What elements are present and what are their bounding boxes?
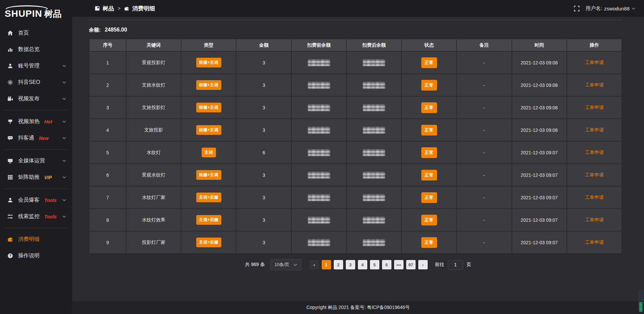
page-ellipsis-button[interactable]: ••• — [394, 260, 404, 269]
prev-page-button[interactable]: ‹ — [310, 260, 319, 269]
status-badge: 正常 — [421, 125, 437, 136]
work-order-link[interactable]: 工单申请 — [585, 172, 604, 177]
masked-balance — [308, 59, 330, 66]
sidebar-item-matrix-boost[interactable]: 矩阵助推 VIP — [0, 169, 72, 186]
sidebar: SHUPIN 树品 首页 数据总览 — [0, 0, 72, 314]
col-header-time: 时间 — [512, 39, 567, 51]
cell-status: 正常 — [401, 231, 457, 254]
work-order-link[interactable]: 工单申请 — [585, 150, 604, 155]
work-order-link[interactable]: 工单申请 — [585, 105, 604, 110]
balance-row: 余额: 24856.00 — [89, 27, 644, 33]
logo-text-cn: 树品 — [44, 9, 62, 18]
type-badge: 主词+后缀 — [196, 193, 222, 202]
work-order-link[interactable]: 工单申请 — [585, 82, 604, 88]
monitor-icon — [7, 158, 13, 164]
tools-badge: Tools — [44, 214, 57, 219]
page-button-2[interactable]: 2 — [334, 260, 343, 269]
cell-balance-after — [346, 141, 401, 164]
breadcrumb-item-current: 消费明细 — [132, 5, 155, 12]
work-order-link[interactable]: 工单申请 — [585, 240, 604, 245]
col-header-type: 类型 — [181, 39, 236, 51]
sidebar-item-account-management[interactable]: 账号管理 — [0, 58, 72, 74]
cell-time: 2021-12-03 09:08 — [512, 74, 567, 96]
user-icon — [7, 197, 13, 203]
table-row: 1 景观投影灯 前缀+主词 3 正常 - 2021-12-03 09:08 工单… — [89, 51, 622, 74]
video-camera-icon — [7, 96, 13, 102]
masked-balance — [363, 194, 385, 201]
cell-time: 2021-12-03 09:07 — [512, 186, 567, 209]
sidebar-item-all-media-operation[interactable]: 全媒体运营 — [0, 153, 72, 169]
cell-status: 正常 — [401, 51, 457, 74]
chevron-down-icon — [62, 199, 66, 201]
goto-page-input[interactable] — [448, 260, 463, 270]
sidebar-item-lead-monitoring[interactable]: 线索监控 Tools — [0, 208, 72, 225]
sidebar-item-label: 账号管理 — [18, 62, 40, 69]
page-button-1[interactable]: 1 — [322, 260, 331, 269]
fullscreen-icon[interactable] — [574, 6, 580, 11]
page-size-select[interactable]: 10条/页 — [270, 259, 302, 270]
sidebar-item-douketong[interactable]: 抖客通 New — [0, 130, 72, 146]
breadcrumb-item-home[interactable]: 树品 — [103, 5, 114, 12]
chevron-down-icon — [62, 137, 66, 139]
page-button-97[interactable]: 97 — [406, 260, 416, 269]
sidebar-item-data-overview[interactable]: 数据总览 — [0, 41, 72, 58]
sidebar-item-member-burst[interactable]: 会员爆客 Tools — [0, 192, 72, 208]
page-button-4[interactable]: 4 — [358, 260, 367, 269]
header-divider — [89, 20, 622, 20]
chevron-down-icon — [62, 98, 66, 100]
logo: SHUPIN 树品 — [0, 0, 72, 21]
masked-balance — [308, 149, 330, 156]
chat-bubble-icon — [7, 135, 13, 141]
page-button-3[interactable]: 3 — [346, 260, 355, 269]
table-row: 7 水纹灯厂家 主词+后缀 3 正常 - 2021-12-03 09:07 工单… — [89, 186, 622, 209]
cell-type: 前缀+主词 — [181, 96, 236, 119]
cell-status: 正常 — [401, 141, 457, 164]
sidebar-item-operation-guide[interactable]: ? 操作说明 — [0, 248, 72, 264]
cell-balance-before — [291, 74, 346, 96]
cell-balance-after — [346, 119, 401, 141]
sidebar-item-label: 视频发布 — [18, 95, 40, 102]
sidebar-item-video-heat[interactable]: 视频加热 Hot — [0, 113, 72, 130]
cell-action: 工单申请 — [567, 186, 622, 209]
cell-type: 前缀+主词 — [181, 74, 236, 96]
cell-time: 2021-12-03 09:07 — [512, 209, 567, 231]
page-button-6[interactable]: 6 — [382, 260, 391, 269]
menu-divider — [4, 189, 68, 189]
copyright-text: Copyright 树品 2021 备案号: 粤ICP备09019646号 — [306, 305, 410, 311]
sidebar-item-consumption-detail[interactable]: 消费明细 — [0, 231, 72, 248]
grid-icon — [7, 174, 13, 180]
breadcrumb: 树品 > 消费明细 — [95, 5, 155, 12]
cell-status: 正常 — [401, 209, 457, 231]
cell-index: 4 — [89, 119, 126, 141]
cell-amount: 3 — [236, 74, 291, 96]
chevron-down-icon — [62, 215, 66, 218]
bottom-right-widget[interactable] — [639, 291, 643, 312]
username-value: zswodun88 — [604, 6, 630, 11]
cell-keyword: 文旅投影 — [126, 119, 181, 141]
cell-type: 主词+后缀 — [181, 231, 236, 254]
chevron-down-icon — [62, 176, 66, 178]
col-header-amount: 金额 — [236, 39, 291, 51]
cell-balance-after — [346, 209, 401, 231]
topbar-right: 用户名: zswodun88 — [574, 5, 635, 12]
next-page-button[interactable]: › — [418, 260, 428, 269]
cell-amount: 3 — [236, 119, 291, 141]
breadcrumb-separator: > — [117, 6, 121, 11]
work-order-link[interactable]: 工单申请 — [585, 60, 604, 65]
page-button-5[interactable]: 5 — [370, 260, 379, 269]
sidebar-item-video-publish[interactable]: 视频发布 — [0, 91, 72, 107]
sidebar-item-label: 首页 — [18, 30, 29, 37]
user-menu[interactable]: 用户名: zswodun88 — [586, 5, 635, 12]
consumption-table: 序号 关键词 类型 金额 扣费前余额 扣费后余额 状态 备注 时间 操作 — [89, 39, 622, 254]
cell-keyword: 文旅水纹灯 — [126, 74, 181, 96]
cell-type: 主词 — [181, 141, 236, 164]
col-header-balance-after: 扣费后余额 — [346, 39, 401, 51]
wallet-icon — [7, 237, 13, 242]
sidebar-item-douyin-seo[interactable]: 抖音SEO — [0, 74, 72, 91]
work-order-link[interactable]: 工单申请 — [585, 195, 604, 200]
type-badge: 主词+后缀 — [196, 215, 222, 225]
work-order-link[interactable]: 工单申请 — [585, 217, 604, 222]
work-order-link[interactable]: 工单申请 — [585, 127, 604, 133]
sidebar-item-home[interactable]: 首页 — [0, 25, 72, 41]
wallet-icon — [124, 6, 129, 11]
